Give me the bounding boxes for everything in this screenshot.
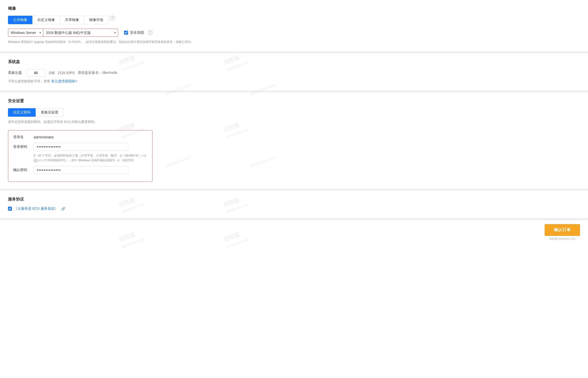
tab-shared[interactable]: 共享镜像	[60, 16, 84, 24]
security-fix-help-icon[interactable]: ?	[148, 30, 152, 35]
sec-tab-custom[interactable]: 自定义密码	[8, 108, 36, 117]
login-pwd-label: 登录密码	[13, 145, 31, 149]
login-name-value: administrator	[34, 135, 54, 139]
tab-custom[interactable]: 自定义镜像	[32, 16, 60, 24]
login-pwd-input[interactable]	[34, 143, 128, 151]
version-select-wrapper: 2016 数据中心版 64位中文版 2019 数据中心版 64位中文版 2012…	[43, 29, 118, 36]
os-select-wrapper: Windows Server CentOS Ubuntu Debian Aliy…	[8, 29, 43, 36]
mirror-tab-group: 公共镜像 自定义镜像 共享镜像 镜像市场 ?	[8, 16, 580, 24]
disk-notice-prefix: 不同云盘性能指标不同，查看	[8, 79, 50, 83]
disk-type-label: 高效云盘	[8, 71, 23, 75]
agreement-link[interactable]: 《云服务器 ECS 服务条款》	[14, 206, 58, 211]
disk-size-input[interactable]	[26, 69, 46, 77]
agreement-row: 《云服务器 ECS 服务条款》 🔗	[8, 206, 580, 211]
security-section-title: 安全设置	[8, 98, 580, 104]
footer-bar: 确认订单 找程服 zhaodufu.com	[0, 220, 588, 245]
disk-section-title: 系统盘	[8, 59, 580, 65]
mirror-section-title: 镜像	[8, 6, 580, 11]
os-selector-row: Windows Server CentOS Ubuntu Debian Aliy…	[8, 29, 580, 37]
version-select[interactable]: 2016 数据中心版 64位中文版 2019 数据中心版 64位中文版 2012…	[43, 29, 118, 36]
confirm-pwd-row: 确认密码	[13, 166, 147, 174]
confirm-order-button[interactable]: 确认订单	[545, 224, 580, 236]
os-dropdown-group: Windows Server CentOS Ubuntu Debian Aliy…	[8, 29, 118, 37]
pwd-field-row: 登录密码	[13, 143, 147, 151]
os-select[interactable]: Windows Server CentOS Ubuntu Debian Aliy…	[8, 29, 43, 36]
pwd-rules: 8 - 30 个字符，必须同时包含三项（大写字母、小写字母、数字、()`~!@#…	[34, 153, 147, 163]
password-box: 登录名 administrator 登录密码 8 - 30 个字符，必须同时包含…	[8, 130, 152, 182]
agreement-checkbox[interactable]	[8, 207, 12, 211]
security-tab-group: 自定义密码 更换后设置	[8, 108, 580, 117]
agreement-section: 服务协议 《云服务器 ECS 服务条款》 🔗	[0, 191, 588, 220]
mirror-help-icon[interactable]: ?	[110, 16, 115, 20]
disk-notice: 不同云盘性能指标不同，查看 各云盘性能指标>	[8, 79, 580, 84]
disk-iops: 2120 IOPS	[58, 71, 75, 75]
tab-market[interactable]: 镜像市场	[84, 16, 108, 24]
confirm-pwd-input[interactable]	[34, 166, 128, 174]
disk-device: 系统盘设备名：/dev/xvda	[78, 71, 117, 75]
sec-tab-change[interactable]: 更换后设置	[36, 108, 64, 117]
login-name-label: 登录名	[13, 135, 31, 139]
tab-public[interactable]: 公共镜像	[8, 16, 32, 24]
link-icon: 🔗	[61, 207, 65, 211]
agreement-title: 服务协议	[8, 197, 580, 202]
security-fix-checkbox[interactable]	[124, 31, 128, 35]
disk-row: 高效云盘 GiB 2120 IOPS 系统盘设备名：/dev/xvda	[8, 69, 580, 77]
security-fix-label: 安全加固	[130, 30, 144, 35]
confirm-pwd-label: 确认密码	[13, 168, 31, 172]
security-fix-row: 安全加固 ?	[124, 30, 152, 35]
login-name-row: 登录名 administrator	[13, 135, 147, 139]
disk-unit: GiB	[49, 71, 55, 75]
windows-notice: Windows 系统执行 sysprep 初始化时间较长（3~5分钟），如无法登…	[8, 40, 580, 44]
performance-link[interactable]: 各云盘性能指标>	[51, 79, 77, 83]
sec-notice: 请牢记您所设置的密码，如遗忘可登录 ECS 控制台重置密码。	[8, 120, 580, 124]
